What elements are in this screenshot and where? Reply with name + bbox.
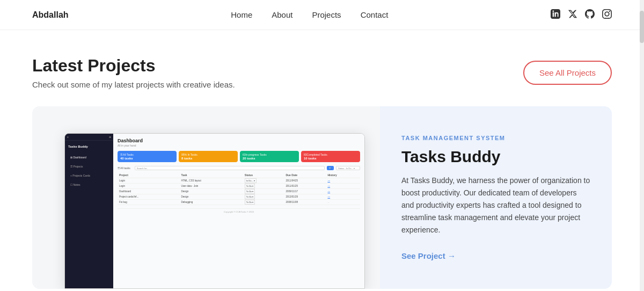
project-title: Tasks Buddy — [401, 148, 590, 166]
mockup-card-completed: 83Completed Tasks 10 tasks — [301, 151, 360, 162]
mockup-topbar-menu: ≡ — [67, 135, 69, 139]
scrollbar-thumb[interactable] — [640, 11, 644, 43]
github-icon[interactable] — [585, 9, 595, 21]
nav-contact[interactable]: Contact — [361, 10, 389, 19]
mockup-card-progress: 63In progress Tasks 20 tasks — [240, 151, 299, 162]
table-row: Dashboard Design To Do ▾ 2009/11/17 >> — [118, 189, 360, 194]
mockup-col-task: Task — [180, 172, 243, 178]
nav-home[interactable]: Home — [231, 10, 252, 19]
mockup-topbar-user: ⊕ — [109, 135, 111, 139]
mockup-dashboard-title: Dashboard — [118, 138, 360, 143]
table-row: Project cards/Inf... Design To Do ▾ 2013… — [118, 194, 360, 200]
section-subtitle: Check out some of my latest projects wit… — [32, 80, 235, 89]
mockup-all-tasks-label: ☰ All tasks — [118, 166, 130, 170]
mockup-col-project: Project — [118, 172, 180, 178]
mockup-card-inprogress: 95% In Tasks 8 tasks — [179, 151, 238, 162]
mockup-search-box: Search for... — [135, 166, 325, 170]
mockup-nav-notes: ☐ Notes — [68, 182, 110, 187]
scrollbar[interactable] — [640, 0, 644, 289]
mockup-table-controls: ☰ All tasks Search for... 🔍 Status - In … — [118, 166, 360, 170]
brand-logo: Abdallah — [32, 10, 69, 20]
linkedin-icon[interactable] — [551, 9, 560, 21]
nav-projects[interactable]: Projects — [312, 10, 341, 19]
project-info: TASK MANAGEMENT SYSTEM Tasks Buddy At Ta… — [380, 106, 612, 289]
project-category: TASK MANAGEMENT SYSTEM — [401, 135, 590, 141]
instagram-icon[interactable] — [602, 9, 612, 21]
nav-about[interactable]: About — [272, 10, 292, 19]
mockup-nav-dashboard: ⊞ Dashboard — [68, 155, 110, 160]
mockup-brand: Tasks Buddy — [68, 145, 110, 148]
mockup-main: Dashboard All in your hand ☰ All Tasks 4… — [113, 134, 364, 288]
mockup-col-due: Due Date — [284, 172, 326, 178]
mockup-dashboard-subtitle: All in your hand — [118, 144, 360, 147]
projects-header-left: Latest Projects Check out some of my lat… — [32, 56, 235, 89]
mockup-card-all: ☰ All Tasks 40 tasks — [118, 151, 177, 162]
section-title: Latest Projects — [32, 56, 235, 76]
main-content: Latest Projects Check out some of my lat… — [0, 30, 644, 289]
mockup-nav-projects: ☰ Projects — [68, 164, 110, 169]
mockup-status-filter: Status - In Do... ▾ — [336, 166, 360, 170]
mockup-stat-cards: ☰ All Tasks 40 tasks 95% In Tasks 8 task… — [118, 151, 360, 162]
mockup-nav-cards: + Projects Cards — [68, 173, 110, 178]
mockup-col-status: Status — [243, 172, 284, 178]
project-screenshot: ≡ ⊕ Tasks Buddy ⊞ Dashboard ☰ Projects +… — [32, 106, 380, 289]
app-mockup: ≡ ⊕ Tasks Buddy ⊞ Dashboard ☰ Projects +… — [64, 133, 365, 289]
project-description: At Tasks Buddy, we harness the power of … — [401, 174, 590, 236]
projects-header: Latest Projects Check out some of my lat… — [32, 56, 612, 89]
social-icons — [551, 9, 612, 21]
mockup-sidebar: ≡ ⊕ Tasks Buddy ⊞ Dashboard ☰ Projects +… — [65, 134, 113, 288]
mockup-task-table: Project Task Status Due Date History Log… — [118, 172, 360, 205]
mockup-search-button: 🔍 — [327, 166, 334, 170]
navbar: Abdallah Home About Projects Contact — [0, 0, 644, 30]
project-card: ≡ ⊕ Tasks Buddy ⊞ Dashboard ☰ Projects +… — [32, 106, 612, 289]
see-all-button[interactable]: See All Projects — [523, 61, 612, 85]
see-project-link[interactable]: See Project → — [401, 251, 590, 260]
table-row: Login HTML, CSS layout In Do... ▾ 2011/0… — [118, 178, 360, 184]
mockup-col-history: History — [326, 172, 360, 178]
nav-links: Home About Projects Contact — [231, 10, 388, 19]
twitter-icon[interactable] — [568, 9, 577, 21]
table-row: Login User data - Join To Do ▾ 2011/01/2… — [118, 184, 360, 189]
table-row: Fix bug Debugging To Do ▾ 2008/11/08 -- — [118, 200, 360, 205]
mockup-footer: Copyright © CCA Tasks © 2024 — [118, 208, 360, 213]
